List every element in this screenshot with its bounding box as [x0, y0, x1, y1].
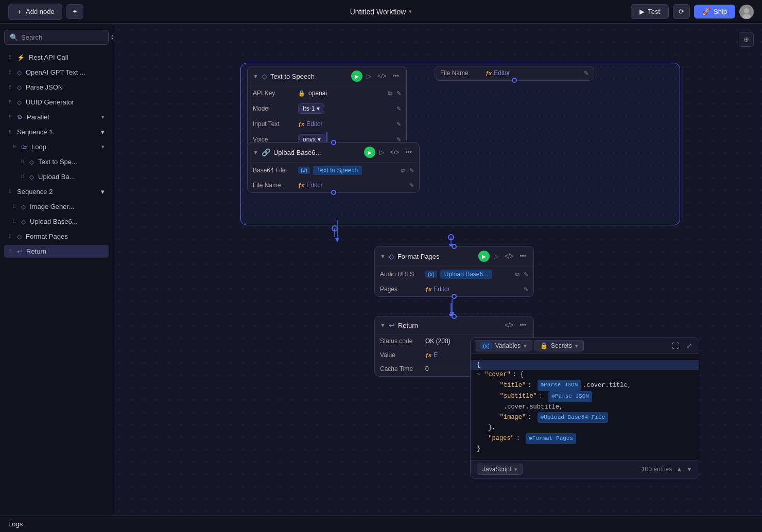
sidebar-item-uuid[interactable]: ⠿ ◇ UUID Generator: [4, 96, 109, 109]
base64-file-label: Base64 File: [253, 167, 294, 174]
chevron-down: ▾: [575, 343, 578, 349]
collapse-arrow[interactable]: ▼: [380, 322, 386, 328]
variables-label: Variables: [495, 342, 521, 349]
copy-icon[interactable]: ⧉: [515, 271, 519, 278]
javascript-tab[interactable]: JavaScript ▾: [477, 464, 523, 475]
tts-node-icon: ◇: [262, 72, 267, 80]
edit-icon[interactable]: ✎: [396, 121, 401, 128]
sequence2-label: Sequence 2: [17, 188, 53, 196]
node-actions: ▶ ▷ </> •••: [364, 147, 414, 158]
drag-handle: ⠿: [8, 114, 12, 120]
chevron-down-icon[interactable]: ▾: [409, 8, 412, 15]
more-button[interactable]: •••: [390, 72, 401, 81]
run-button[interactable]: ▷: [377, 148, 386, 157]
copy-icon[interactable]: ⧉: [388, 90, 392, 97]
add-node-button[interactable]: ＋ Add node: [8, 4, 62, 20]
connector-dot-top: [331, 140, 336, 145]
code-button[interactable]: </>: [375, 72, 388, 81]
code-line-cover-close: },: [477, 423, 692, 433]
more-button[interactable]: •••: [403, 148, 414, 157]
drag-handle: ⠿: [21, 174, 24, 180]
topbar-left: ＋ Add node ✦: [8, 4, 83, 20]
var-tag: (x): [298, 167, 310, 174]
sidebar-item-image-gen[interactable]: ⠿ ◇ Image Gener...: [4, 200, 109, 213]
collapse-arrow[interactable]: ▼: [253, 149, 258, 155]
edit-icon[interactable]: ✎: [524, 286, 528, 293]
code-button[interactable]: </>: [503, 321, 515, 330]
file-name-label: File Name: [440, 69, 481, 77]
play-button[interactable]: ▶: [478, 251, 490, 262]
editor-badge: ƒx Editor: [298, 182, 323, 189]
edit-icon[interactable]: ✎: [584, 70, 588, 77]
rocket-icon: 🚀: [702, 8, 711, 15]
fullscreen-icon[interactable]: ⤢: [684, 341, 695, 351]
search-box[interactable]: 🔍 ⚙: [4, 30, 109, 45]
run-button[interactable]: ▷: [492, 252, 500, 261]
tilde: ~: [477, 370, 480, 380]
search-input[interactable]: [21, 33, 108, 41]
sequence2-expand[interactable]: ▾: [101, 188, 105, 196]
code-line-subtitle-cont: .cover.subtitle,: [477, 402, 692, 412]
drag-handle: ⠿: [8, 84, 12, 90]
tts-node-title: Text to Speech: [270, 73, 348, 80]
ship-button[interactable]: 🚀 Ship: [694, 5, 735, 19]
code-panel-footer: JavaScript ▾ 100 entries ▲ ▼: [471, 460, 699, 478]
more-button[interactable]: •••: [517, 252, 528, 261]
base64-file-row: Base64 File (x) Text to Speech ⧉ ✎: [248, 163, 419, 179]
play-button[interactable]: ▶: [351, 70, 362, 82]
history-button[interactable]: ⟳: [673, 4, 690, 19]
sidebar-item-return[interactable]: ⠿ ↩ Return: [4, 245, 109, 258]
collapse-arrow[interactable]: ▼: [253, 73, 258, 79]
sidebar-item-label: Upload Ba...: [38, 173, 75, 181]
sidebar-item-label: Loop: [31, 143, 46, 151]
sidebar-item-upload-base64-loop[interactable]: ⠿ ◇ Upload Ba...: [4, 170, 109, 183]
code-button[interactable]: </>: [503, 252, 515, 261]
sidebar-section-sequence2[interactable]: ⠿ Sequence 2 ▾: [4, 185, 109, 198]
variables-tab[interactable]: (x) Variables ▾: [475, 340, 532, 351]
drag-handle: ⠿: [8, 129, 12, 135]
sequence1-expand[interactable]: ▾: [101, 128, 105, 136]
sidebar-item-text-to-speech[interactable]: ⠿ ◇ Text to Spe...: [4, 155, 109, 168]
func-icon: ƒx: [486, 70, 492, 76]
scroll-up-btn[interactable]: ▲: [676, 466, 682, 473]
copy-icon[interactable]: ⧉: [401, 167, 405, 174]
code-button[interactable]: </>: [388, 148, 401, 157]
sequence1-label: Sequence 1: [17, 128, 53, 136]
sidebar-item-loop[interactable]: ⠿ 🗂 Loop ▾: [4, 140, 109, 153]
sidebar-item-parse-json[interactable]: ⠿ ◇ Parse JSON: [4, 81, 109, 94]
expand-icon[interactable]: ⛶: [670, 341, 681, 351]
sidebar-section-sequence1[interactable]: ⠿ Sequence 1 ▾: [4, 126, 109, 138]
upload-node-title: Upload Base6...: [273, 149, 361, 156]
sidebar-item-openai[interactable]: ⠿ ◇ OpenAI GPT Text ...: [4, 66, 109, 79]
canvas-settings-btn[interactable]: ⊕: [739, 32, 754, 47]
format-pages-tag: ⊛Format Pages: [526, 433, 576, 445]
colon: :: [528, 381, 535, 391]
code-line-cover-open: ~ "cover" : {: [477, 370, 692, 380]
play-button[interactable]: ▶: [364, 147, 375, 158]
run-button[interactable]: ▷: [365, 72, 373, 81]
parse-json-tag-subtitle: ⊛Parse JSON: [548, 391, 592, 402]
edit-icon[interactable]: ✎: [409, 167, 414, 174]
sidebar-item-label: Text to Spe...: [38, 158, 77, 166]
sidebar-item-rest-api[interactable]: ⠿ ⚡ Rest API Call: [4, 51, 109, 64]
edit-icon[interactable]: ✎: [524, 271, 528, 278]
ship-label: Ship: [714, 8, 727, 15]
sidebar-item-parallel[interactable]: ⠿ ⚙ Parallel ▾: [4, 111, 109, 123]
sidebar-item-upload-base64-seq2[interactable]: ⠿ ◇ Upload Base6...: [4, 215, 109, 228]
edit-icon[interactable]: ✎: [409, 182, 414, 189]
node-actions: ▶ ▷ </> •••: [478, 251, 528, 262]
edit-icon[interactable]: ✎: [396, 105, 401, 112]
return-node-header: ▼ ↩ Return </> •••: [375, 316, 533, 334]
secrets-tab[interactable]: 🔒 Secrets ▾: [534, 340, 584, 351]
test-button[interactable]: ▶ Test: [631, 4, 669, 19]
edit-icon[interactable]: ✎: [396, 90, 401, 97]
cache-time-label: Cache Time: [380, 365, 421, 373]
collapse-arrow[interactable]: ▼: [380, 253, 386, 259]
scroll-down-btn[interactable]: ▼: [686, 466, 692, 473]
sidebar-item-format-pages[interactable]: ⠿ ◇ Format Pages: [4, 230, 109, 243]
more-button[interactable]: •••: [517, 321, 528, 330]
editor-label: Editor: [306, 120, 322, 128]
title-key: "title": [485, 381, 526, 391]
model-select[interactable]: tts-1 ▾: [298, 103, 324, 114]
wand-button[interactable]: ✦: [66, 4, 83, 19]
